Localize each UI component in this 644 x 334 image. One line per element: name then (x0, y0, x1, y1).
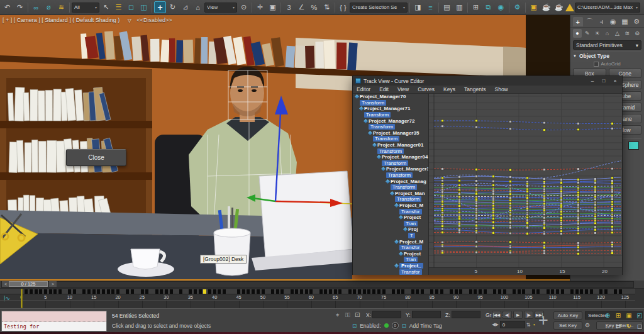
tree-item-transform[interactable]: Transform (353, 160, 428, 167)
enabled-count-badge[interactable]: 0 (392, 322, 399, 329)
key-mode-icon[interactable]: ◀▶ (492, 322, 499, 327)
orbit-icon[interactable]: ↻ (624, 321, 634, 331)
animation-key[interactable] (126, 289, 129, 294)
subtab-systems[interactable]: ⊚ (633, 29, 641, 38)
animation-key[interactable] (194, 289, 197, 294)
align-icon[interactable]: ≡ (425, 1, 436, 13)
tree-item-transform[interactable]: Transfor (353, 269, 428, 275)
animation-key[interactable] (237, 289, 240, 294)
tree-item-object[interactable]: Project_Manager01 (353, 142, 428, 148)
animation-key[interactable] (213, 289, 216, 294)
tree-item-object[interactable]: Project_Manager04 (353, 154, 428, 160)
subtab-spacewarps[interactable]: ≋ (623, 29, 631, 38)
spinner-snap-icon[interactable]: ⇅ (321, 1, 333, 13)
add-time-tag-label[interactable]: Add Time Tag (409, 323, 442, 329)
animation-key[interactable] (73, 289, 76, 294)
window-crossing-icon[interactable]: ◫ (138, 1, 150, 13)
tab-modify[interactable]: ⌒ (585, 17, 595, 26)
toggle-scene-explorer-icon[interactable]: ▤ (441, 1, 453, 13)
animation-key[interactable] (377, 289, 380, 294)
tree-item-transform[interactable]: Transform (353, 136, 428, 142)
animation-key[interactable] (372, 289, 375, 294)
animation-key[interactable] (30, 289, 33, 294)
select-and-place-icon[interactable]: ⌂ (192, 1, 204, 13)
menu-tangents[interactable]: Tangents (464, 86, 486, 92)
tree-item-transform[interactable]: T (353, 233, 428, 239)
current-frame-field[interactable]: 0 (500, 321, 525, 328)
selection-filter-dropdown[interactable]: All▾ (72, 3, 99, 13)
animation-key[interactable] (271, 289, 274, 294)
snap-toggle-3d-icon[interactable]: 3 (283, 1, 295, 13)
track-view-hierarchy-tree[interactable]: Project_Manager70TransformProject_Manage… (353, 94, 429, 275)
material-editor-icon[interactable]: ◉ (495, 1, 507, 13)
animation-key[interactable] (411, 289, 414, 294)
animation-key[interactable] (252, 289, 255, 294)
animation-key[interactable] (319, 289, 323, 294)
rendered-frame-icon[interactable]: ▣ (528, 1, 540, 13)
animation-key[interactable] (363, 289, 366, 294)
tree-item-object[interactable]: Proj (353, 226, 428, 233)
mirror-icon[interactable]: ◨ (412, 1, 424, 13)
animation-key[interactable] (102, 289, 105, 294)
listener-macro-pane[interactable] (2, 311, 106, 322)
current-frame-marker[interactable] (21, 289, 23, 308)
viewport-label[interactable]: [ + ] [ Camera ] [ Standard ] ( Default … (3, 17, 172, 23)
animation-key[interactable] (392, 289, 395, 294)
time-slider[interactable]: < 0 / 125 > (0, 281, 644, 289)
animation-key[interactable] (25, 289, 28, 294)
go-to-start-button[interactable]: |◀◀ (492, 311, 501, 319)
animation-key[interactable] (367, 289, 370, 294)
tree-item-transform[interactable]: Transform (353, 100, 428, 106)
animation-key[interactable] (604, 289, 608, 294)
animation-key[interactable] (295, 289, 298, 294)
select-and-rotate-icon[interactable]: ↻ (167, 1, 179, 13)
tree-item-transform[interactable]: Transfor (353, 208, 428, 214)
animation-key[interactable] (358, 289, 361, 294)
redo-icon[interactable]: ↷ (14, 1, 26, 13)
track-bar-keys[interactable] (0, 289, 635, 294)
create-keys-plus-icon[interactable]: + (535, 310, 552, 330)
animation-key[interactable] (179, 289, 182, 294)
animation-key[interactable] (570, 289, 574, 294)
animation-key[interactable] (160, 289, 163, 294)
absolute-mode-icon[interactable]: ⊡ (355, 311, 360, 318)
tree-item-transform[interactable]: Transform (353, 196, 428, 203)
subtab-cameras[interactable]: ⌂ (603, 29, 612, 38)
tree-item-object[interactable]: Project_Man (353, 191, 428, 197)
select-and-link-icon[interactable]: ∞ (30, 1, 42, 13)
use-pivot-point-icon[interactable]: ⊙ (238, 1, 250, 13)
zoom-icon[interactable]: ⊕ (602, 310, 613, 320)
next-frame-arrow[interactable]: > (49, 281, 57, 287)
animation-key[interactable] (68, 289, 71, 294)
tree-item-object[interactable]: Project_Manager35 (353, 130, 428, 136)
viewport-label-text[interactable]: [ + ] [ Camera ] [ Standard ] ( Default … (3, 17, 119, 23)
animation-key[interactable] (87, 289, 91, 294)
tab-hierarchy[interactable]: ⫞ (596, 17, 606, 26)
animation-key[interactable] (421, 289, 424, 294)
minimize-button[interactable]: – (588, 78, 597, 84)
project-path-dropdown[interactable]: C:\Users\ADM...3ds Max 2024▾ (575, 3, 640, 13)
tree-item-object[interactable]: Project_Manager3 (353, 166, 428, 172)
bind-to-space-warp-icon[interactable]: ≋ (55, 1, 67, 13)
undo-icon[interactable]: ↶ (1, 1, 13, 13)
animation-key[interactable] (484, 289, 487, 294)
animation-key[interactable] (145, 289, 148, 294)
animation-key[interactable] (450, 289, 453, 294)
animation-key[interactable] (532, 289, 535, 294)
curve-graph-time-ruler[interactable]: 5101520 (429, 267, 622, 275)
z-field[interactable] (452, 311, 480, 318)
animation-key[interactable] (324, 289, 327, 294)
tab-utilities[interactable]: ⚙ (631, 17, 641, 26)
category-dropdown[interactable]: Standard Primitives ▾ (573, 40, 641, 50)
animation-key[interactable] (498, 289, 501, 294)
animation-key[interactable] (141, 289, 144, 294)
schematic-view-icon[interactable]: ⧉ (482, 1, 494, 13)
animation-key[interactable] (522, 289, 525, 294)
autogrid-checkbox-row[interactable]: AutoGrid (573, 60, 641, 68)
animation-key[interactable] (35, 289, 38, 294)
curve-graph-area[interactable]: 5101520 (429, 94, 622, 275)
render-setup-icon[interactable]: ⚙ (511, 1, 523, 13)
tree-item-transform[interactable]: Tran (353, 257, 428, 263)
project-switcher-icon[interactable]: ▱ (641, 1, 644, 13)
animation-key[interactable] (479, 289, 482, 294)
